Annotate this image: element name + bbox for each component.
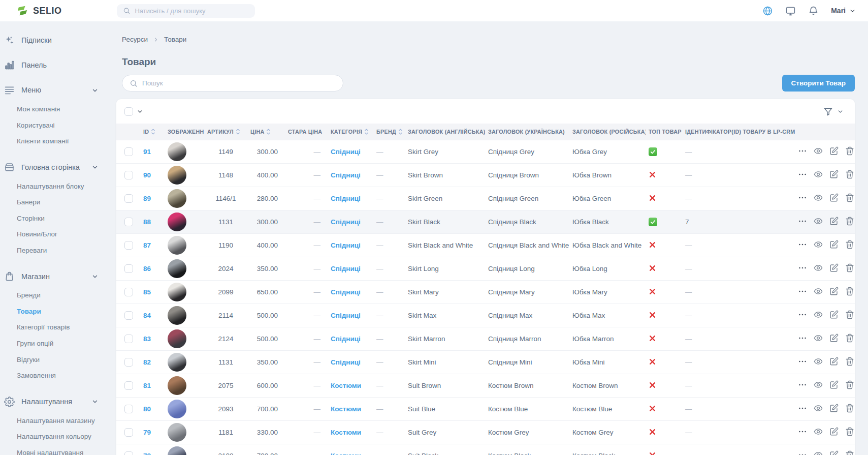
sidebar-item-Меню[interactable]: Меню <box>0 80 107 100</box>
delete-icon[interactable] <box>845 427 854 436</box>
sidebar-subitem-Моя компанія[interactable]: Моя компанія <box>0 101 107 117</box>
category-link[interactable]: Спідниці <box>331 241 361 249</box>
sidebar-subitem-Відгуки[interactable]: Відгуки <box>0 352 107 368</box>
more-actions-icon[interactable] <box>798 357 807 366</box>
row-checkbox[interactable] <box>124 147 133 156</box>
edit-icon[interactable] <box>829 170 839 179</box>
column-header[interactable]: ID <box>140 124 165 140</box>
edit-icon[interactable] <box>829 263 839 272</box>
row-checkbox[interactable] <box>124 381 133 390</box>
delete-icon[interactable] <box>845 380 854 389</box>
edit-icon[interactable] <box>829 193 839 202</box>
edit-icon[interactable] <box>829 240 839 249</box>
view-icon[interactable] <box>814 310 823 319</box>
more-actions-icon[interactable] <box>798 287 807 296</box>
sort-icon[interactable] <box>266 128 271 135</box>
edit-icon[interactable] <box>829 404 839 413</box>
table-search[interactable] <box>122 75 343 92</box>
sort-icon[interactable] <box>151 128 155 135</box>
column-header[interactable]: КАТЕГОРІЯ <box>328 124 373 140</box>
edit-icon[interactable] <box>829 287 839 296</box>
product-id-link[interactable]: 80 <box>143 405 151 413</box>
product-id-link[interactable]: 84 <box>143 312 151 319</box>
global-search[interactable] <box>117 4 255 18</box>
bell-icon[interactable] <box>808 6 819 16</box>
delete-icon[interactable] <box>845 240 854 249</box>
category-link[interactable]: Костюми <box>331 452 361 455</box>
sidebar-subitem-Користувачі[interactable]: Користувачі <box>0 117 107 134</box>
delete-icon[interactable] <box>845 333 854 343</box>
product-id-link[interactable]: 81 <box>143 382 151 389</box>
more-actions-icon[interactable] <box>798 333 807 343</box>
product-id-link[interactable]: 83 <box>143 335 151 343</box>
chevron-down-icon[interactable] <box>837 108 844 115</box>
more-actions-icon[interactable] <box>798 380 807 389</box>
category-link[interactable]: Спідниці <box>331 335 361 343</box>
sidebar-subitem-Налаштування магазину[interactable]: Налаштування магазину <box>0 413 107 429</box>
sidebar-subitem-Налаштування кольору[interactable]: Налаштування кольору <box>0 429 107 445</box>
create-product-button[interactable]: Створити Товар <box>782 75 855 92</box>
category-link[interactable]: Спідниці <box>331 218 361 226</box>
category-link[interactable]: Костюми <box>331 429 361 436</box>
edit-icon[interactable] <box>829 380 839 389</box>
view-icon[interactable] <box>814 193 823 202</box>
product-id-link[interactable]: 79 <box>143 429 151 436</box>
category-link[interactable]: Костюми <box>331 382 361 389</box>
delete-icon[interactable] <box>845 404 854 413</box>
delete-icon[interactable] <box>845 263 854 272</box>
sidebar-subitem-Товари[interactable]: Товари <box>0 304 107 320</box>
more-actions-icon[interactable] <box>798 263 807 272</box>
delete-icon[interactable] <box>845 357 854 366</box>
more-actions-icon[interactable] <box>798 404 807 413</box>
view-icon[interactable] <box>814 357 823 366</box>
row-checkbox[interactable] <box>124 171 133 179</box>
category-link[interactable]: Спідниці <box>331 358 361 366</box>
row-checkbox[interactable] <box>124 288 133 296</box>
edit-icon[interactable] <box>829 146 839 156</box>
category-link[interactable]: Спідниці <box>331 195 361 202</box>
product-id-link[interactable]: 89 <box>143 195 151 202</box>
more-actions-icon[interactable] <box>798 146 807 156</box>
category-link[interactable]: Спідниці <box>331 312 361 319</box>
view-icon[interactable] <box>814 217 823 226</box>
sidebar-subitem-Мовні налаштування[interactable]: Мовні налаштування <box>0 445 107 455</box>
delete-icon[interactable] <box>845 217 854 226</box>
sidebar-subitem-Бренди[interactable]: Бренди <box>0 287 107 304</box>
row-checkbox[interactable] <box>124 405 133 413</box>
sidebar-subitem-Клієнти компанії[interactable]: Клієнти компанії <box>0 133 107 149</box>
row-checkbox[interactable] <box>124 428 133 437</box>
row-checkbox[interactable] <box>124 451 133 455</box>
category-link[interactable]: Спідниці <box>331 288 361 296</box>
product-id-link[interactable]: 85 <box>143 288 151 296</box>
sidebar-item-Панель[interactable]: Панель <box>0 55 107 75</box>
view-icon[interactable] <box>814 333 823 343</box>
sort-icon[interactable] <box>398 128 403 135</box>
edit-icon[interactable] <box>829 450 839 455</box>
sidebar-item-Підписки[interactable]: Підписки <box>0 31 107 50</box>
globe-icon[interactable] <box>762 6 773 16</box>
column-header[interactable]: ЦІНА <box>247 124 285 140</box>
more-actions-icon[interactable] <box>798 310 807 319</box>
category-link[interactable]: Спідниці <box>331 171 361 179</box>
product-id-link[interactable]: 87 <box>143 241 151 249</box>
view-icon[interactable] <box>814 380 823 389</box>
sidebar-item-Головна сторінка[interactable]: Головна сторінка <box>0 158 107 177</box>
table-search-input[interactable] <box>142 79 336 87</box>
view-icon[interactable] <box>814 287 823 296</box>
sidebar-subitem-Банери[interactable]: Банери <box>0 194 107 210</box>
delete-icon[interactable] <box>845 287 854 296</box>
category-link[interactable]: Костюми <box>331 405 361 413</box>
sidebar-subitem-Переваги[interactable]: Переваги <box>0 242 107 259</box>
view-icon[interactable] <box>814 450 823 455</box>
brand-logo[interactable]: SELIO <box>0 5 107 16</box>
sort-icon[interactable] <box>364 128 369 135</box>
select-all-checkbox[interactable] <box>124 107 133 116</box>
product-id-link[interactable]: 88 <box>143 218 151 226</box>
product-id-link[interactable]: 86 <box>143 265 151 272</box>
category-link[interactable]: Спідниці <box>331 265 361 272</box>
edit-icon[interactable] <box>829 357 839 366</box>
delete-icon[interactable] <box>845 146 854 156</box>
sidebar-subitem-Замовлення[interactable]: Замовлення <box>0 368 107 384</box>
user-menu[interactable]: Mari <box>831 7 856 15</box>
edit-icon[interactable] <box>829 310 839 319</box>
